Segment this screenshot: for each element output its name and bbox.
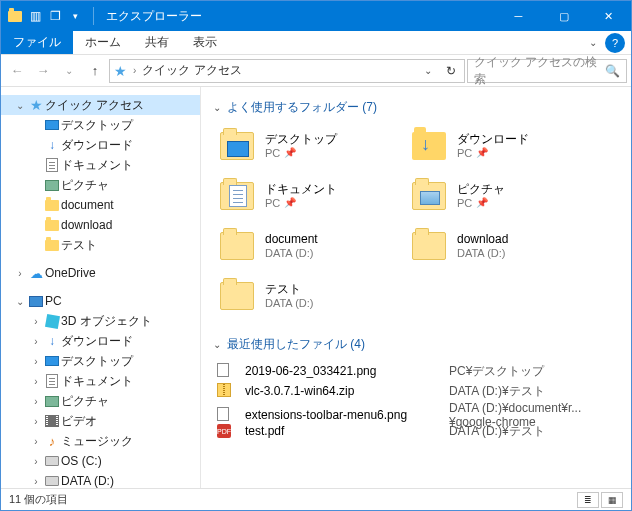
recent-file-row[interactable]: extensions-toolbar-menu6.pngDATA (D:)¥do… xyxy=(217,401,621,421)
expand-icon[interactable]: › xyxy=(29,356,43,367)
tab-view[interactable]: 表示 xyxy=(181,31,229,54)
expand-icon[interactable]: › xyxy=(29,436,43,447)
close-button[interactable]: ✕ xyxy=(586,1,631,31)
pin-icon: 📌 xyxy=(476,147,488,160)
recent-file-row[interactable]: PDFtest.pdfDATA (D:)¥テスト xyxy=(217,421,621,441)
item-icon xyxy=(43,373,61,389)
qat-dropdown-icon[interactable]: ▾ xyxy=(67,8,83,24)
breadcrumb-chevron-icon[interactable]: › xyxy=(133,65,136,76)
sidebar-pc-item[interactable]: ›3D オブジェクト xyxy=(1,311,200,331)
details-view-button[interactable]: ≣ xyxy=(577,492,599,508)
section-title: よく使用するフォルダー (7) xyxy=(227,99,377,116)
properties-qat-icon[interactable]: ▥ xyxy=(27,8,43,24)
sidebar-qa-item[interactable]: デスクトップ xyxy=(1,115,200,135)
sidebar-pc-item[interactable]: ›DATA (D:) xyxy=(1,471,200,488)
refresh-button[interactable]: ↻ xyxy=(442,64,460,78)
folder-name: ドキュメント xyxy=(265,182,337,197)
item-icon xyxy=(43,197,61,213)
folder-name: デスクトップ xyxy=(265,132,337,147)
expand-icon[interactable]: › xyxy=(29,416,43,427)
sidebar-pc-item[interactable]: ›デスクトップ xyxy=(1,351,200,371)
sidebar-qa-item[interactable]: ↓ダウンロード xyxy=(1,135,200,155)
sidebar-qa-item[interactable]: download xyxy=(1,215,200,235)
forward-button[interactable]: → xyxy=(31,59,55,83)
sidebar-pc-item[interactable]: ›♪ミュージック xyxy=(1,431,200,451)
recent-locations-button[interactable]: ⌄ xyxy=(57,59,81,83)
search-icon[interactable]: 🔍 xyxy=(605,64,620,78)
collapse-icon[interactable]: ⌄ xyxy=(213,339,221,350)
pin-icon: 📌 xyxy=(284,147,296,160)
status-bar: 11 個の項目 ≣ ▦ xyxy=(1,488,631,510)
sidebar-qa-item[interactable]: ピクチャ xyxy=(1,175,200,195)
pc-icon xyxy=(27,293,45,309)
folder-item[interactable]: downloadDATA (D:) xyxy=(409,224,589,268)
file-icon xyxy=(217,363,241,380)
tab-file[interactable]: ファイル xyxy=(1,31,73,54)
expand-icon[interactable]: › xyxy=(29,316,43,327)
new-folder-qat-icon[interactable]: ❐ xyxy=(47,8,63,24)
expand-icon[interactable]: › xyxy=(13,268,27,279)
address-dropdown-icon[interactable]: ⌄ xyxy=(420,65,436,76)
sidebar-pc-item[interactable]: ›OS (C:) xyxy=(1,451,200,471)
sidebar-quick-access[interactable]: ⌄ ★ クイック アクセス xyxy=(1,95,200,115)
sidebar-qa-item[interactable]: ドキュメント xyxy=(1,155,200,175)
tab-share[interactable]: 共有 xyxy=(133,31,181,54)
folder-icon xyxy=(217,226,257,266)
collapse-icon[interactable]: ⌄ xyxy=(213,102,221,113)
folder-item[interactable]: テストDATA (D:) xyxy=(217,274,397,318)
folder-location: DATA (D:) xyxy=(265,297,313,311)
folder-icon: ↓ xyxy=(409,126,449,166)
file-location: DATA (D:)¥テスト xyxy=(449,383,621,400)
minimize-button[interactable]: ─ xyxy=(496,1,541,31)
folder-item[interactable]: ピクチャPC📌 xyxy=(409,174,589,218)
expand-icon[interactable]: › xyxy=(29,396,43,407)
expand-icon[interactable]: › xyxy=(29,376,43,387)
sidebar-item-label: ダウンロード xyxy=(61,333,133,350)
recent-file-row[interactable]: vlc-3.0.7.1-win64.zipDATA (D:)¥テスト xyxy=(217,381,621,401)
address-bar[interactable]: ★ › クイック アクセス ⌄ ↻ xyxy=(109,59,465,83)
back-button[interactable]: ← xyxy=(5,59,29,83)
expand-icon[interactable]: › xyxy=(29,456,43,467)
item-icon xyxy=(43,473,61,488)
sidebar-qa-item[interactable]: document xyxy=(1,195,200,215)
recent-file-row[interactable]: 2019-06-23_033421.pngPC¥デスクトップ xyxy=(217,361,621,381)
ribbon-expand-icon[interactable]: ⌄ xyxy=(583,31,603,54)
frequent-folders-header[interactable]: ⌄ よく使用するフォルダー (7) xyxy=(211,95,621,124)
item-icon xyxy=(43,453,61,469)
sidebar-pc-item[interactable]: ›ピクチャ xyxy=(1,391,200,411)
sidebar-pc-item[interactable]: ›ドキュメント xyxy=(1,371,200,391)
navigation-row: ← → ⌄ ↑ ★ › クイック アクセス ⌄ ↻ クイック アクセスの検索 🔍 xyxy=(1,55,631,87)
folder-item[interactable]: デスクトップPC📌 xyxy=(217,124,397,168)
ribbon: ファイル ホーム 共有 表示 ⌄ ? xyxy=(1,31,631,55)
sidebar-pc-item[interactable]: ›ビデオ xyxy=(1,411,200,431)
file-icon: PDF xyxy=(217,424,241,438)
sidebar-pc[interactable]: ⌄ PC xyxy=(1,291,200,311)
folder-location: PC xyxy=(457,197,472,211)
sidebar-onedrive[interactable]: › ☁ OneDrive xyxy=(1,263,200,283)
tab-home[interactable]: ホーム xyxy=(73,31,133,54)
maximize-button[interactable]: ▢ xyxy=(541,1,586,31)
sidebar-label: PC xyxy=(45,294,62,308)
sidebar-item-label: document xyxy=(61,198,114,212)
expand-icon[interactable]: › xyxy=(29,336,43,347)
folder-name: テスト xyxy=(265,282,313,297)
recent-files-header[interactable]: ⌄ 最近使用したファイル (4) xyxy=(211,332,621,361)
folder-item[interactable]: documentDATA (D:) xyxy=(217,224,397,268)
folder-name: download xyxy=(457,232,508,247)
expand-icon[interactable]: ⌄ xyxy=(13,100,27,111)
folder-item[interactable]: ドキュメントPC📌 xyxy=(217,174,397,218)
icons-view-button[interactable]: ▦ xyxy=(601,492,623,508)
expand-icon[interactable]: › xyxy=(29,476,43,487)
file-location: DATA (D:)¥テスト xyxy=(449,423,621,440)
sidebar-pc-item[interactable]: ›↓ダウンロード xyxy=(1,331,200,351)
item-icon xyxy=(43,413,61,429)
up-button[interactable]: ↑ xyxy=(83,59,107,83)
folder-item[interactable]: ↓ダウンロードPC📌 xyxy=(409,124,589,168)
sidebar-item-label: ピクチャ xyxy=(61,177,109,194)
search-input[interactable]: クイック アクセスの検索 🔍 xyxy=(467,59,627,83)
folder-location: PC xyxy=(265,147,280,161)
help-icon[interactable]: ? xyxy=(605,33,625,53)
expand-icon[interactable]: ⌄ xyxy=(13,296,27,307)
section-title: 最近使用したファイル (4) xyxy=(227,336,365,353)
sidebar-qa-item[interactable]: テスト xyxy=(1,235,200,255)
